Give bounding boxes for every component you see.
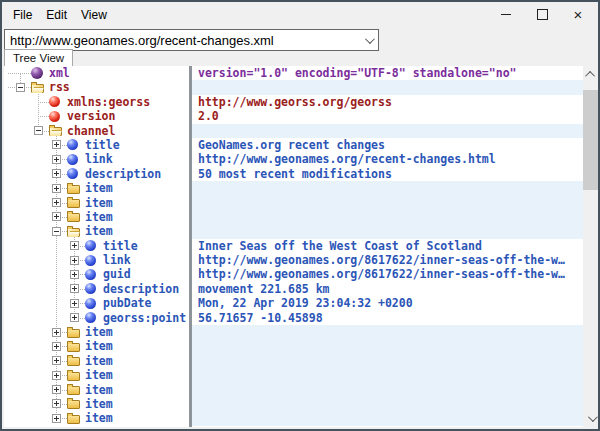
tree-node[interactable]: title [4, 138, 189, 152]
tree-node[interactable]: item [4, 196, 189, 210]
tree-node-label[interactable]: item [85, 339, 113, 353]
tree-node-label[interactable]: item [85, 196, 113, 210]
tree-node-label[interactable]: rss [49, 80, 70, 94]
xml-declaration-icon [31, 67, 43, 79]
tree-node[interactable]: guid [4, 267, 189, 281]
tree-node[interactable]: item [4, 354, 189, 368]
collapse-expander-icon[interactable] [34, 126, 43, 135]
tree-node-label[interactable]: item [85, 368, 113, 382]
tree-node[interactable]: description [4, 167, 189, 181]
tree-node[interactable]: link [4, 152, 189, 166]
minimize-icon [501, 14, 511, 15]
tree-node-label[interactable]: item [85, 354, 113, 368]
maximize-button[interactable] [524, 2, 560, 26]
expand-expander-icon[interactable] [52, 184, 61, 193]
tree-node[interactable]: link [4, 253, 189, 267]
tree-node-label[interactable]: pubDate [103, 296, 151, 310]
url-input[interactable] [10, 33, 358, 48]
tree-node[interactable]: item [4, 181, 189, 195]
tree-node[interactable]: item [4, 397, 189, 411]
expand-expander-icon[interactable] [52, 169, 61, 178]
tree-node-label[interactable]: item [85, 224, 113, 238]
tree-node[interactable]: channel [4, 124, 189, 138]
tree-node[interactable]: item [4, 325, 189, 339]
tree-guide-line [38, 102, 49, 103]
tree-node[interactable]: item [4, 383, 189, 397]
tree-node-label[interactable]: item [85, 397, 113, 411]
minimize-button[interactable] [488, 2, 524, 26]
expand-expander-icon[interactable] [52, 414, 61, 423]
scrollbar-thumb[interactable] [583, 90, 600, 190]
value-row: 50 most recent modifications [192, 167, 583, 181]
vertical-scrollbar[interactable] [583, 66, 600, 427]
tree-node[interactable]: xml [4, 66, 189, 80]
tree-rows: xmlrssxmlns:georssversionchanneltitlelin… [4, 66, 189, 427]
expand-expander-icon[interactable] [52, 385, 61, 394]
text-element-icon [67, 154, 78, 165]
tree-node-label[interactable]: version [67, 109, 115, 123]
scroll-up-button[interactable] [583, 66, 600, 83]
expand-expander-icon[interactable] [52, 342, 61, 351]
menu-edit[interactable]: Edit [39, 5, 74, 25]
tree-node-label[interactable]: item [85, 210, 113, 224]
expand-expander-icon[interactable] [52, 328, 61, 337]
expand-expander-icon[interactable] [70, 256, 79, 265]
tree-node[interactable]: xmlns:georss [4, 95, 189, 109]
expand-expander-icon[interactable] [70, 241, 79, 250]
tree-node[interactable]: georss:point [4, 311, 189, 325]
expand-expander-icon[interactable] [70, 299, 79, 308]
expand-expander-icon[interactable] [70, 284, 79, 293]
value-row: http://www.geonames.org/8617622/inner-se… [192, 267, 583, 281]
closed-folder-icon [67, 199, 80, 208]
tree-node-label[interactable]: item [85, 411, 113, 425]
tree-node[interactable]: item [4, 224, 189, 238]
expand-expander-icon[interactable] [52, 356, 61, 365]
values-pane: version="1.0" encoding="UTF-8" standalon… [192, 66, 583, 427]
close-button[interactable]: × [560, 2, 596, 26]
tree-node[interactable]: description [4, 282, 189, 296]
tree-node-label[interactable]: title [85, 138, 120, 152]
collapse-expander-icon[interactable] [52, 227, 61, 236]
tree-node[interactable]: item [4, 210, 189, 224]
tree-node-label[interactable]: link [85, 152, 113, 166]
expand-expander-icon[interactable] [52, 212, 61, 221]
expand-expander-icon[interactable] [52, 371, 61, 380]
menu-file[interactable]: File [6, 5, 39, 25]
tree-node-label[interactable]: guid [103, 267, 131, 281]
tab-tree-view[interactable]: Tree View [4, 49, 73, 66]
closed-folder-icon [67, 329, 80, 338]
expand-expander-icon[interactable] [52, 198, 61, 207]
tree-node-label[interactable]: description [103, 282, 179, 296]
tree-node-label[interactable]: item [85, 181, 113, 195]
value-row: http://www.georss.org/georss [192, 95, 583, 109]
expand-expander-icon[interactable] [70, 270, 79, 279]
scroll-down-button[interactable] [583, 410, 600, 427]
collapse-expander-icon[interactable] [16, 83, 25, 92]
tree-node-label[interactable]: title [103, 239, 138, 253]
tree-node-label[interactable]: channel [67, 124, 115, 138]
tree-node-label[interactable]: link [103, 253, 131, 267]
tree-node-label[interactable]: item [85, 325, 113, 339]
tree-node-label[interactable]: description [85, 167, 161, 181]
tree-node[interactable]: pubDate [4, 296, 189, 310]
combobox-dropdown-button[interactable] [358, 30, 378, 50]
menu-view[interactable]: View [74, 5, 114, 25]
tree-node-label[interactable]: georss:point [103, 311, 186, 325]
tree-node-label[interactable]: xml [49, 66, 70, 80]
closed-folder-icon [67, 415, 80, 424]
expand-expander-icon[interactable] [52, 399, 61, 408]
tree-node[interactable]: version [4, 109, 189, 123]
text-element-icon [85, 255, 96, 266]
tree-node[interactable]: item [4, 411, 189, 425]
value-row [192, 124, 583, 138]
tree-node[interactable]: rss [4, 80, 189, 94]
expand-expander-icon[interactable] [52, 155, 61, 164]
expand-expander-icon[interactable] [52, 140, 61, 149]
tree-node-label[interactable]: item [85, 383, 113, 397]
tree-node[interactable]: title [4, 239, 189, 253]
tree-node[interactable]: item [4, 339, 189, 353]
expand-expander-icon[interactable] [70, 313, 79, 322]
tree-node[interactable]: item [4, 368, 189, 382]
tree-node-label[interactable]: xmlns:georss [67, 95, 150, 109]
text-element-icon [85, 269, 96, 280]
